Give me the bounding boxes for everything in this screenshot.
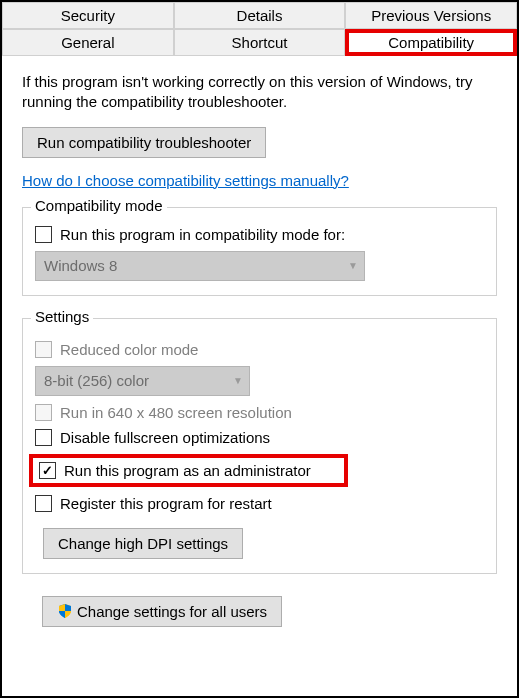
- shield-icon: [57, 603, 73, 619]
- disable-fullscreen-checkbox[interactable]: [35, 429, 52, 446]
- low-res-checkbox: [35, 404, 52, 421]
- disable-fullscreen-label: Disable fullscreen optimizations: [60, 429, 270, 446]
- low-res-label: Run in 640 x 480 screen resolution: [60, 404, 292, 421]
- chevron-down-icon: ▼: [233, 375, 243, 386]
- change-dpi-button[interactable]: Change high DPI settings: [43, 528, 243, 559]
- run-troubleshooter-button[interactable]: Run compatibility troubleshooter: [22, 127, 266, 158]
- low-res-row: Run in 640 x 480 screen resolution: [35, 404, 484, 421]
- tab-general[interactable]: General: [2, 29, 174, 56]
- register-restart-label: Register this program for restart: [60, 495, 272, 512]
- compat-mode-select[interactable]: Windows 8 ▼: [35, 251, 365, 281]
- intro-text: If this program isn't working correctly …: [22, 72, 497, 113]
- compatibility-mode-group: Compatibility mode Run this program in c…: [22, 207, 497, 296]
- tab-strip: Security Details Previous Versions Gener…: [2, 2, 517, 56]
- reduced-color-checkbox: [35, 341, 52, 358]
- settings-group: Settings Reduced color mode 8-bit (256) …: [22, 318, 497, 574]
- change-all-users-label: Change settings for all users: [77, 603, 267, 620]
- color-mode-select: 8-bit (256) color ▼: [35, 366, 250, 396]
- tab-details[interactable]: Details: [174, 2, 346, 29]
- register-restart-row: Register this program for restart: [35, 495, 484, 512]
- compatibility-mode-legend: Compatibility mode: [31, 197, 167, 214]
- tab-previous-versions[interactable]: Previous Versions: [345, 2, 517, 29]
- settings-legend: Settings: [31, 308, 93, 325]
- compat-mode-checkbox-row: Run this program in compatibility mode f…: [35, 226, 484, 243]
- tab-security[interactable]: Security: [2, 2, 174, 29]
- run-as-admin-checkbox[interactable]: [39, 462, 56, 479]
- tab-shortcut[interactable]: Shortcut: [174, 29, 346, 56]
- reduced-color-label: Reduced color mode: [60, 341, 198, 358]
- tab-row-2: General Shortcut Compatibility: [2, 29, 517, 56]
- compat-mode-checkbox[interactable]: [35, 226, 52, 243]
- reduced-color-row: Reduced color mode: [35, 341, 484, 358]
- help-link[interactable]: How do I choose compatibility settings m…: [22, 172, 349, 189]
- run-as-admin-row: Run this program as an administrator: [39, 462, 338, 479]
- change-all-users-button[interactable]: Change settings for all users: [42, 596, 282, 627]
- run-as-admin-highlight: Run this program as an administrator: [29, 454, 348, 487]
- compat-mode-checkbox-label: Run this program in compatibility mode f…: [60, 226, 345, 243]
- color-mode-select-value: 8-bit (256) color: [44, 372, 149, 389]
- chevron-down-icon: ▼: [348, 260, 358, 271]
- tab-content: If this program isn't working correctly …: [2, 56, 517, 637]
- disable-fullscreen-row: Disable fullscreen optimizations: [35, 429, 484, 446]
- register-restart-checkbox[interactable]: [35, 495, 52, 512]
- run-as-admin-label: Run this program as an administrator: [64, 462, 311, 479]
- tab-row-1: Security Details Previous Versions: [2, 2, 517, 29]
- compat-mode-select-value: Windows 8: [44, 257, 117, 274]
- tab-compatibility[interactable]: Compatibility: [345, 29, 517, 56]
